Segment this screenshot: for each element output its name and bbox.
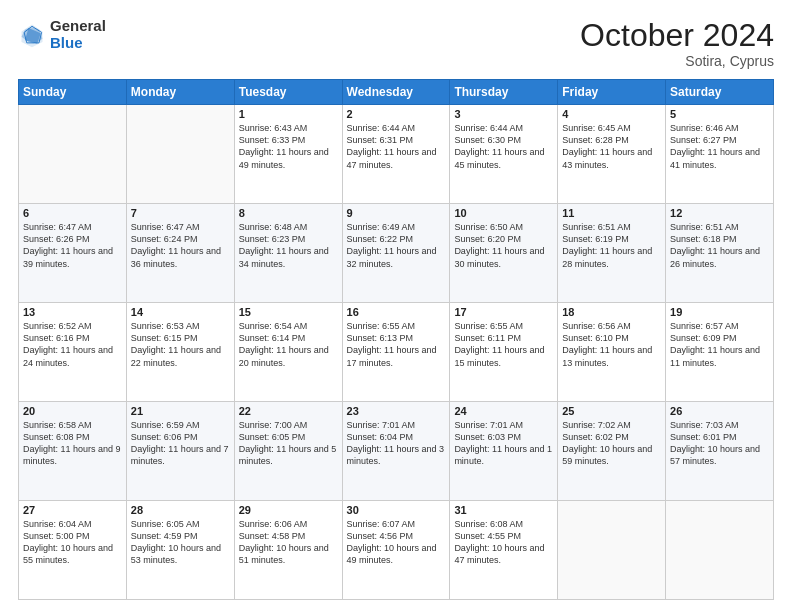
col-friday: Friday [558,80,666,105]
calendar-cell: 28Sunrise: 6:05 AM Sunset: 4:59 PM Dayli… [126,501,234,600]
day-number: 29 [239,504,338,516]
day-info: Sunrise: 6:57 AM Sunset: 6:09 PM Dayligh… [670,320,769,369]
day-number: 28 [131,504,230,516]
calendar-cell: 1Sunrise: 6:43 AM Sunset: 6:33 PM Daylig… [234,105,342,204]
calendar-cell: 30Sunrise: 6:07 AM Sunset: 4:56 PM Dayli… [342,501,450,600]
day-info: Sunrise: 7:02 AM Sunset: 6:02 PM Dayligh… [562,419,661,468]
day-info: Sunrise: 6:43 AM Sunset: 6:33 PM Dayligh… [239,122,338,171]
col-sunday: Sunday [19,80,127,105]
col-saturday: Saturday [666,80,774,105]
day-info: Sunrise: 6:56 AM Sunset: 6:10 PM Dayligh… [562,320,661,369]
day-number: 23 [347,405,446,417]
logo-blue-text: Blue [50,35,106,52]
calendar-cell: 24Sunrise: 7:01 AM Sunset: 6:03 PM Dayli… [450,402,558,501]
day-number: 19 [670,306,769,318]
calendar-header: Sunday Monday Tuesday Wednesday Thursday… [19,80,774,105]
header: General Blue October 2024 Sotira, Cyprus [18,18,774,69]
calendar-cell: 6Sunrise: 6:47 AM Sunset: 6:26 PM Daylig… [19,204,127,303]
day-info: Sunrise: 6:51 AM Sunset: 6:19 PM Dayligh… [562,221,661,270]
calendar-week-2: 6Sunrise: 6:47 AM Sunset: 6:26 PM Daylig… [19,204,774,303]
calendar-cell: 31Sunrise: 6:08 AM Sunset: 4:55 PM Dayli… [450,501,558,600]
calendar-cell: 23Sunrise: 7:01 AM Sunset: 6:04 PM Dayli… [342,402,450,501]
calendar-cell: 12Sunrise: 6:51 AM Sunset: 6:18 PM Dayli… [666,204,774,303]
day-info: Sunrise: 6:44 AM Sunset: 6:30 PM Dayligh… [454,122,553,171]
calendar-cell: 10Sunrise: 6:50 AM Sunset: 6:20 PM Dayli… [450,204,558,303]
day-number: 25 [562,405,661,417]
calendar-cell [19,105,127,204]
day-number: 30 [347,504,446,516]
calendar-cell [558,501,666,600]
calendar-cell: 21Sunrise: 6:59 AM Sunset: 6:06 PM Dayli… [126,402,234,501]
calendar-cell: 17Sunrise: 6:55 AM Sunset: 6:11 PM Dayli… [450,303,558,402]
month-title: October 2024 [580,18,774,53]
day-number: 26 [670,405,769,417]
logo-general-text: General [50,18,106,35]
col-wednesday: Wednesday [342,80,450,105]
calendar-cell: 22Sunrise: 7:00 AM Sunset: 6:05 PM Dayli… [234,402,342,501]
day-number: 11 [562,207,661,219]
calendar-cell: 14Sunrise: 6:53 AM Sunset: 6:15 PM Dayli… [126,303,234,402]
calendar-cell: 7Sunrise: 6:47 AM Sunset: 6:24 PM Daylig… [126,204,234,303]
calendar-cell: 25Sunrise: 7:02 AM Sunset: 6:02 PM Dayli… [558,402,666,501]
location-subtitle: Sotira, Cyprus [580,53,774,69]
day-info: Sunrise: 6:50 AM Sunset: 6:20 PM Dayligh… [454,221,553,270]
calendar-week-1: 1Sunrise: 6:43 AM Sunset: 6:33 PM Daylig… [19,105,774,204]
col-tuesday: Tuesday [234,80,342,105]
day-info: Sunrise: 7:00 AM Sunset: 6:05 PM Dayligh… [239,419,338,468]
day-number: 15 [239,306,338,318]
day-number: 5 [670,108,769,120]
day-info: Sunrise: 6:58 AM Sunset: 6:08 PM Dayligh… [23,419,122,468]
calendar-week-3: 13Sunrise: 6:52 AM Sunset: 6:16 PM Dayli… [19,303,774,402]
day-info: Sunrise: 6:04 AM Sunset: 5:00 PM Dayligh… [23,518,122,567]
day-number: 22 [239,405,338,417]
calendar-week-4: 20Sunrise: 6:58 AM Sunset: 6:08 PM Dayli… [19,402,774,501]
calendar-body: 1Sunrise: 6:43 AM Sunset: 6:33 PM Daylig… [19,105,774,600]
header-row: Sunday Monday Tuesday Wednesday Thursday… [19,80,774,105]
calendar-cell [126,105,234,204]
day-info: Sunrise: 6:51 AM Sunset: 6:18 PM Dayligh… [670,221,769,270]
calendar-cell: 9Sunrise: 6:49 AM Sunset: 6:22 PM Daylig… [342,204,450,303]
day-info: Sunrise: 6:54 AM Sunset: 6:14 PM Dayligh… [239,320,338,369]
calendar-cell: 19Sunrise: 6:57 AM Sunset: 6:09 PM Dayli… [666,303,774,402]
day-info: Sunrise: 6:47 AM Sunset: 6:24 PM Dayligh… [131,221,230,270]
day-info: Sunrise: 7:01 AM Sunset: 6:03 PM Dayligh… [454,419,553,468]
page: General Blue October 2024 Sotira, Cyprus… [0,0,792,612]
day-number: 17 [454,306,553,318]
calendar-table: Sunday Monday Tuesday Wednesday Thursday… [18,79,774,600]
calendar-week-5: 27Sunrise: 6:04 AM Sunset: 5:00 PM Dayli… [19,501,774,600]
logo-icon [18,21,46,49]
calendar-cell: 13Sunrise: 6:52 AM Sunset: 6:16 PM Dayli… [19,303,127,402]
day-info: Sunrise: 6:46 AM Sunset: 6:27 PM Dayligh… [670,122,769,171]
day-number: 18 [562,306,661,318]
day-info: Sunrise: 6:59 AM Sunset: 6:06 PM Dayligh… [131,419,230,468]
day-info: Sunrise: 7:01 AM Sunset: 6:04 PM Dayligh… [347,419,446,468]
calendar-cell: 16Sunrise: 6:55 AM Sunset: 6:13 PM Dayli… [342,303,450,402]
calendar-cell: 8Sunrise: 6:48 AM Sunset: 6:23 PM Daylig… [234,204,342,303]
day-info: Sunrise: 6:52 AM Sunset: 6:16 PM Dayligh… [23,320,122,369]
day-number: 31 [454,504,553,516]
calendar-cell: 15Sunrise: 6:54 AM Sunset: 6:14 PM Dayli… [234,303,342,402]
calendar-cell: 18Sunrise: 6:56 AM Sunset: 6:10 PM Dayli… [558,303,666,402]
calendar-cell: 2Sunrise: 6:44 AM Sunset: 6:31 PM Daylig… [342,105,450,204]
calendar-cell: 26Sunrise: 7:03 AM Sunset: 6:01 PM Dayli… [666,402,774,501]
col-monday: Monday [126,80,234,105]
day-info: Sunrise: 6:44 AM Sunset: 6:31 PM Dayligh… [347,122,446,171]
calendar-cell: 27Sunrise: 6:04 AM Sunset: 5:00 PM Dayli… [19,501,127,600]
calendar-cell [666,501,774,600]
calendar-cell: 5Sunrise: 6:46 AM Sunset: 6:27 PM Daylig… [666,105,774,204]
day-number: 27 [23,504,122,516]
logo-text: General Blue [50,18,106,51]
day-number: 8 [239,207,338,219]
day-number: 21 [131,405,230,417]
day-number: 20 [23,405,122,417]
day-number: 6 [23,207,122,219]
day-info: Sunrise: 6:05 AM Sunset: 4:59 PM Dayligh… [131,518,230,567]
day-number: 3 [454,108,553,120]
calendar-cell: 3Sunrise: 6:44 AM Sunset: 6:30 PM Daylig… [450,105,558,204]
day-info: Sunrise: 6:55 AM Sunset: 6:13 PM Dayligh… [347,320,446,369]
day-info: Sunrise: 6:55 AM Sunset: 6:11 PM Dayligh… [454,320,553,369]
day-info: Sunrise: 6:07 AM Sunset: 4:56 PM Dayligh… [347,518,446,567]
day-number: 12 [670,207,769,219]
calendar-cell: 29Sunrise: 6:06 AM Sunset: 4:58 PM Dayli… [234,501,342,600]
day-info: Sunrise: 7:03 AM Sunset: 6:01 PM Dayligh… [670,419,769,468]
